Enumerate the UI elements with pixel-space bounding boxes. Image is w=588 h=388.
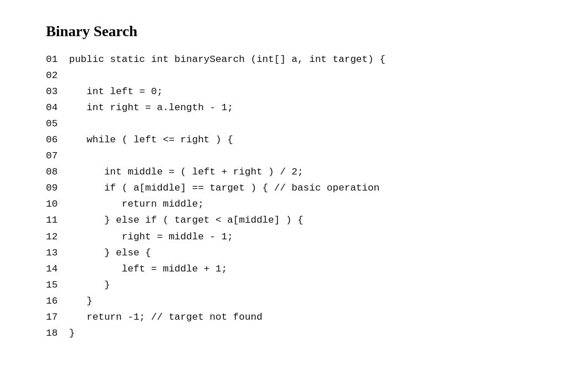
code-line: 17 return -1; // target not found xyxy=(46,309,542,325)
line-content: } else { xyxy=(63,245,151,261)
line-content: while ( left <= right ) { xyxy=(63,132,233,148)
code-line: 05 xyxy=(46,116,542,132)
line-content: int left = 0; xyxy=(63,84,163,100)
code-line: 11 } else if ( target < a[middle] ) { xyxy=(46,212,542,228)
line-content: return middle; xyxy=(63,196,204,212)
code-line: 06 while ( left <= right ) { xyxy=(46,132,542,148)
line-number: 01 xyxy=(46,52,63,68)
line-number: 05 xyxy=(46,116,63,132)
line-number: 11 xyxy=(46,212,63,228)
code-block: 01 public static int binarySearch (int[]… xyxy=(46,52,542,342)
code-line: 16 } xyxy=(46,293,542,309)
code-line: 18 } xyxy=(46,325,542,342)
line-number: 17 xyxy=(46,309,63,325)
line-number: 18 xyxy=(46,325,63,342)
line-content: right = middle - 1; xyxy=(63,229,233,245)
line-content xyxy=(63,148,69,164)
line-number: 04 xyxy=(46,100,63,116)
line-content: int middle = ( left + right ) / 2; xyxy=(63,164,303,180)
code-line: 15 } xyxy=(46,277,542,293)
code-line: 09 if ( a[middle] == target ) { // basic… xyxy=(46,180,542,196)
line-content: } xyxy=(63,325,75,342)
line-content xyxy=(63,116,69,132)
line-number: 10 xyxy=(46,196,63,212)
line-number: 06 xyxy=(46,132,63,148)
line-content xyxy=(63,68,69,84)
line-number: 09 xyxy=(46,180,63,196)
line-number: 12 xyxy=(46,229,63,245)
code-line: 02 xyxy=(46,68,542,84)
line-number: 14 xyxy=(46,261,63,277)
page-title: Binary Search xyxy=(46,23,542,40)
code-line: 08 int middle = ( left + right ) / 2; xyxy=(46,164,542,180)
code-line: 04 int right = a.length - 1; xyxy=(46,100,542,116)
line-content: return -1; // target not found xyxy=(63,309,262,325)
line-number: 15 xyxy=(46,277,63,293)
line-content: public static int binarySearch (int[] a,… xyxy=(63,52,385,68)
line-content: int right = a.length - 1; xyxy=(63,100,233,116)
code-line: 14 left = middle + 1; xyxy=(46,261,542,277)
page-container: Binary Search 01 public static int binar… xyxy=(0,0,588,364)
line-number: 08 xyxy=(46,164,63,180)
line-number: 03 xyxy=(46,84,63,100)
line-content: } else if ( target < a[middle] ) { xyxy=(63,212,303,228)
line-number: 16 xyxy=(46,293,63,309)
line-content: if ( a[middle] == target ) { // basic op… xyxy=(63,180,380,196)
line-number: 02 xyxy=(46,68,63,84)
code-line: 12 right = middle - 1; xyxy=(46,229,542,245)
code-line: 03 int left = 0; xyxy=(46,84,542,100)
code-line: 07 xyxy=(46,148,542,164)
code-line: 01 public static int binarySearch (int[]… xyxy=(46,52,542,68)
line-content: } xyxy=(63,293,92,309)
line-number: 07 xyxy=(46,148,63,164)
line-content: left = middle + 1; xyxy=(63,261,227,277)
line-number: 13 xyxy=(46,245,63,261)
code-line: 13 } else { xyxy=(46,245,542,261)
code-line: 10 return middle; xyxy=(46,196,542,212)
line-content: } xyxy=(63,277,110,293)
